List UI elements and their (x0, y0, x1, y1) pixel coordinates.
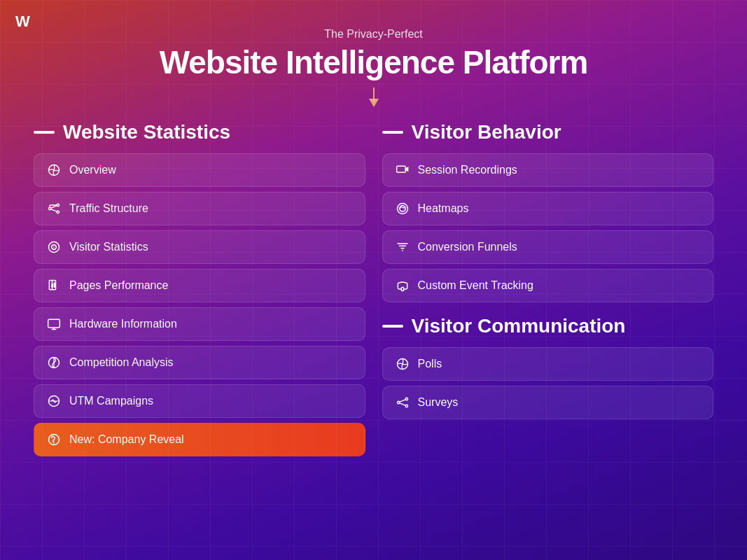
pages-performance-label: Pages Performance (69, 279, 168, 292)
section-heading-visitor-behavior: Visitor Behavior (382, 121, 714, 144)
menu-item-polls[interactable]: Polls (382, 347, 714, 381)
menu-item-visitor-statistics[interactable]: Visitor Statistics (34, 230, 365, 264)
section-label-visitor-behavior: Visitor Behavior (412, 121, 561, 144)
svg-rect-25 (396, 166, 405, 172)
column-right: Visitor Behavior Session Recordings Heat… (382, 121, 714, 461)
menu-item-conversion-funnels[interactable]: Conversion Funnels (382, 230, 714, 264)
surveys-label: Surveys (418, 396, 459, 409)
section-label-visitor-communication: Visitor Communication (412, 315, 626, 337)
menu-item-competition-analysis[interactable]: Competition Analysis (34, 346, 365, 379)
session-recordings-label: Session Recordings (418, 164, 517, 176)
svg-point-34 (397, 401, 399, 403)
session-icon (396, 163, 410, 177)
overview-label: Overview (69, 164, 116, 176)
dash-icon-2 (382, 131, 403, 134)
competition-analysis-label: Competition Analysis (69, 356, 174, 369)
svg-point-4 (57, 204, 59, 206)
hardware-information-label: Hardware Information (69, 318, 177, 330)
polls-label: Polls (418, 358, 442, 370)
section-heading-website-statistics: Website Statistics (34, 121, 365, 144)
competition-icon (47, 356, 61, 370)
menu-item-surveys[interactable]: Surveys (382, 386, 714, 419)
main-columns: Website Statistics Overview Traffic St (0, 121, 747, 461)
funnels-icon (396, 240, 410, 254)
svg-point-27 (399, 205, 405, 211)
hardware-icon (47, 317, 61, 331)
menu-item-utm-campaigns[interactable]: UTM Campaigns (34, 384, 365, 418)
menu-item-traffic-structure[interactable]: Traffic Structure (34, 192, 365, 225)
svg-point-26 (397, 203, 407, 214)
visitor-stats-icon (47, 240, 61, 254)
dash-icon (34, 131, 55, 134)
utm-icon (47, 394, 61, 408)
visitor-statistics-label: Visitor Statistics (69, 241, 148, 253)
company-icon (47, 433, 61, 447)
svg-rect-17 (48, 319, 60, 328)
menu-item-hardware-information[interactable]: Hardware Information (34, 307, 365, 341)
svg-point-5 (57, 211, 59, 213)
custom-event-tracking-label: Custom Event Tracking (418, 279, 533, 292)
section-label-website-statistics: Website Statistics (63, 121, 230, 144)
company-reveal-label: New: Company Reveal (69, 433, 184, 446)
section-heading-visitor-communication: Visitor Communication (382, 315, 714, 337)
pages-icon (47, 279, 61, 293)
menu-item-session-recordings[interactable]: Session Recordings (382, 153, 714, 187)
overview-icon (47, 163, 61, 177)
conversion-funnels-label: Conversion Funnels (418, 241, 517, 253)
svg-rect-32 (401, 287, 403, 290)
traffic-icon (47, 202, 61, 216)
svg-point-3 (49, 207, 51, 209)
heatmaps-label: Heatmaps (418, 202, 469, 215)
menu-item-custom-event-tracking[interactable]: Custom Event Tracking (382, 269, 714, 302)
dash-icon-3 (382, 325, 403, 328)
menu-item-pages-performance[interactable]: Pages Performance (34, 269, 365, 302)
utm-campaigns-label: UTM Campaigns (69, 395, 153, 407)
svg-point-24 (53, 443, 54, 444)
svg-line-7 (51, 209, 57, 211)
svg-point-12 (53, 246, 55, 248)
svg-line-37 (399, 399, 405, 401)
menu-item-overview[interactable]: Overview (34, 153, 365, 187)
header-title: Website Intelligence Platform (0, 45, 747, 80)
surveys-icon (396, 396, 410, 410)
traffic-structure-label: Traffic Structure (69, 202, 148, 215)
heatmap-icon (396, 202, 410, 216)
svg-line-38 (399, 402, 405, 405)
svg-point-35 (405, 398, 407, 400)
svg-marker-1 (369, 99, 379, 107)
header: The Privacy-Perfect Website Intelligence… (0, 0, 747, 108)
events-icon (396, 279, 410, 293)
polls-icon (396, 357, 410, 371)
menu-item-heatmaps[interactable]: Heatmaps (382, 192, 714, 225)
svg-line-6 (51, 205, 57, 207)
header-subtitle: The Privacy-Perfect (0, 28, 747, 41)
connector (0, 88, 747, 108)
menu-item-company-reveal[interactable]: New: Company Reveal (34, 423, 365, 456)
svg-point-36 (405, 405, 407, 407)
column-website-statistics: Website Statistics Overview Traffic St (34, 121, 365, 461)
